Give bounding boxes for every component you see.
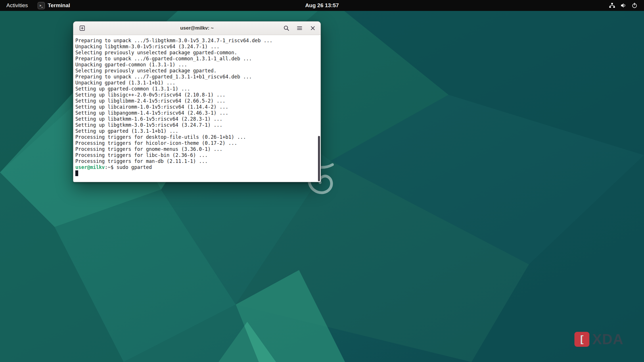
prompt-user-host: user@milkv <box>75 164 105 170</box>
prompt-line: user@milkv:~$ sudo gparted <box>75 164 318 170</box>
xda-watermark: [ XDA <box>574 331 624 348</box>
terminal-line: Setting up libgtkmm-3.0-1v5:riscv64 (3.2… <box>75 122 318 128</box>
terminal-line: Setting up libglibmm-2.4-1v5:riscv64 (2.… <box>75 98 318 104</box>
terminal-line: Processing triggers for desktop-file-uti… <box>75 134 318 140</box>
terminal-line: Setting up libsigc++-2.0-0v5:riscv64 (2.… <box>75 92 318 98</box>
network-icon <box>609 2 615 9</box>
prompt-suffix: :~$ <box>105 164 116 170</box>
terminal-line: Preparing to unpack .../7-gparted_1.3.1-… <box>75 74 318 80</box>
volume-icon <box>620 2 626 9</box>
terminal-line: Selecting previously unselected package … <box>75 50 318 56</box>
terminal-cursor <box>75 170 78 176</box>
app-menu-label: Terminal <box>48 2 70 9</box>
xda-logo-text: XDA <box>592 331 624 348</box>
close-button[interactable] <box>307 23 318 34</box>
terminal-line: Processing triggers for hicolor-icon-the… <box>75 140 318 146</box>
prompt-command: sudo gparted <box>116 164 152 170</box>
terminal-line: Processing triggers for man-db (2.11.1-1… <box>75 158 318 164</box>
gnome-top-bar: Activities >_ Terminal Aug 26 13:57 <box>0 0 644 11</box>
terminal-line: Processing triggers for gnome-menus (3.3… <box>75 146 318 152</box>
terminal-scrollbar-thumb[interactable] <box>318 136 320 181</box>
window-title: user@milkv: ~ <box>180 25 214 31</box>
cursor-line <box>75 170 318 176</box>
terminal-window: user@milkv: ~ <box>73 21 321 182</box>
terminal-output: Preparing to unpack .../5-libgtkmm-3.0-1… <box>75 38 318 164</box>
activities-button[interactable]: Activities <box>0 0 34 11</box>
terminal-line: Processing triggers for libc-bin (2.36-6… <box>75 152 318 158</box>
terminal-headerbar[interactable]: user@milkv: ~ <box>73 22 321 35</box>
new-tab-button[interactable] <box>77 23 88 34</box>
terminal-line: Setting up libcairomm-1.0-1v5:riscv64 (1… <box>75 104 318 110</box>
terminal-line: Setting up libatkmm-1.6-1v5:riscv64 (2.2… <box>75 116 318 122</box>
terminal-line: Setting up libpangomm-1.4-1v5:riscv64 (2… <box>75 110 318 116</box>
hamburger-menu-icon <box>296 25 303 31</box>
xda-logo-icon: [ <box>574 332 589 347</box>
terminal-line: Unpacking gparted-common (1.3.1-1) ... <box>75 62 318 68</box>
new-tab-icon <box>79 25 85 31</box>
terminal-line: Preparing to unpack .../5-libgtkmm-3.0-1… <box>75 38 318 44</box>
close-icon <box>310 25 316 31</box>
terminal-line: Setting up gparted-common (1.3.1-1) ... <box>75 86 318 92</box>
app-menu-terminal[interactable]: >_ Terminal <box>34 0 74 11</box>
terminal-line: Preparing to unpack .../6-gparted-common… <box>75 56 318 62</box>
clock-button[interactable]: Aug 26 13:57 <box>305 2 339 9</box>
terminal-line: Unpacking libgtkmm-3.0-1v5:riscv64 (3.24… <box>75 44 318 50</box>
terminal-app-icon: >_ <box>38 2 45 9</box>
menu-button[interactable] <box>294 23 305 34</box>
search-icon <box>283 25 290 31</box>
terminal-viewport[interactable]: Preparing to unpack .../5-libgtkmm-3.0-1… <box>73 35 321 182</box>
search-button[interactable] <box>281 23 292 34</box>
power-icon <box>631 2 638 9</box>
terminal-line: Selecting previously unselected package … <box>75 68 318 74</box>
xda-icon-glyph: [ <box>580 334 583 344</box>
system-status-area[interactable] <box>603 0 644 11</box>
terminal-line: Setting up gparted (1.3.1-1+b1) ... <box>75 128 318 134</box>
terminal-line: Unpacking gparted (1.3.1-1+b1) ... <box>75 80 318 86</box>
